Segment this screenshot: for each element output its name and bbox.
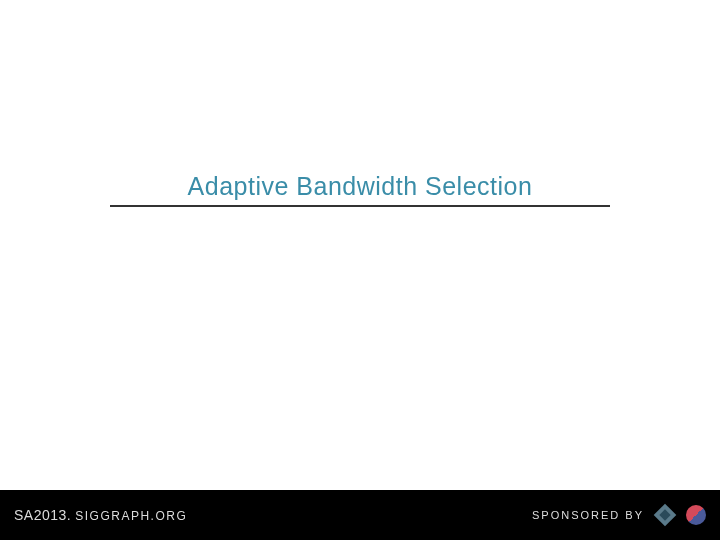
footer-left: SA2013. SIGGRAPH.ORG [14, 507, 187, 523]
conference-short-label: SA2013. [14, 507, 71, 523]
conference-org-label: SIGGRAPH.ORG [75, 509, 187, 523]
sponsor-diamond-icon [654, 504, 676, 526]
sponsor-circle-icon [686, 505, 706, 525]
slide-title: Adaptive Bandwidth Selection [110, 172, 610, 201]
title-wrapper: Adaptive Bandwidth Selection [110, 172, 610, 207]
footer-right: SPONSORED BY [532, 504, 706, 526]
slide-body: Adaptive Bandwidth Selection [0, 0, 720, 490]
footer-bar: SA2013. SIGGRAPH.ORG SPONSORED BY [0, 490, 720, 540]
sponsored-by-label: SPONSORED BY [532, 509, 644, 521]
